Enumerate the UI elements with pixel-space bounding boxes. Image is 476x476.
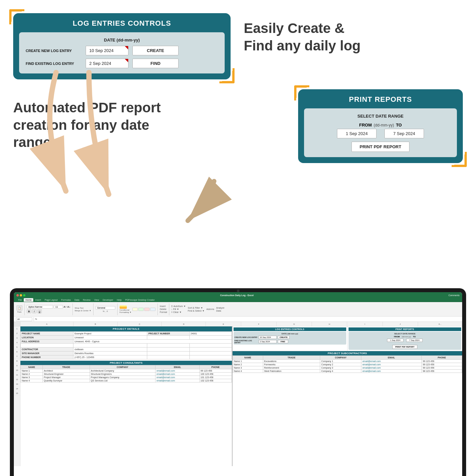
print-mini-from-date[interactable]: 1 Sep 2024 [387,339,404,342]
panels-row: PROJECT DETAILS PROJECT NAME Example Pro… [20,326,462,466]
laptop-section: Construction Daily Log - Excel Comments … [0,288,476,476]
autosum-label[interactable]: Σ AutoSum ▼ [171,305,186,307]
contractor-value: civilteam [73,348,147,351]
table-styles-group [132,308,155,311]
create-button[interactable]: CREATE [132,46,179,55]
left-panel: PROJECT DETAILS PROJECT NAME Example Pro… [20,326,233,466]
sub-col-trade: TRADE [263,356,320,360]
sort-filter-label[interactable]: Sort & Filter ▼ [188,307,205,309]
maximize-dot [23,294,25,296]
underline-btn[interactable]: U [37,309,42,313]
log-mini-find-btn[interactable]: FIND [278,340,288,343]
pdf-tagline-section: Automated PDF reportcreation for any dat… [13,89,165,151]
row-numbers: 1 2 3 4 5 6 7 8 9 10 11 12 13 14 15 [14,322,20,466]
orange-corner-tl [10,10,22,22]
laptop-outer: Construction Daily Log - Excel Comments … [10,288,466,476]
row-13: 13 [14,382,20,386]
address-label: FULL ADDRESS [21,340,73,344]
tab-review[interactable]: Review [81,298,92,302]
empty-row-4 [189,344,232,348]
print-mini-select: SELECT DATE RANGE [350,333,460,335]
merge-center-label: Merge & Center ▼ [75,310,91,312]
analyze-label[interactable]: Analyze [216,307,224,309]
insert-label[interactable]: Insert [160,305,167,307]
fill-label[interactable]: ↓ Fill ▼ [171,308,186,310]
find-button[interactable]: FIND [132,59,179,68]
c3-phone: 101 123 456 [199,376,232,379]
cell-ref-box[interactable]: U8 [16,317,32,321]
table-row: CONTRACTOR civilteam [21,348,232,351]
format-label-cells[interactable]: Format [160,311,167,313]
to-date-input[interactable]: 7 Sep 2024 [384,129,424,138]
tab-insert[interactable]: Insert [34,298,43,302]
log-mini-inner: DATE (dd-mm-yy) CREATE NEW LOG ENTRY 10 … [234,332,346,345]
paste-btn[interactable]: 📋 Paste [16,305,22,313]
swatch-bad [144,308,150,311]
print-mini-btn[interactable]: PRINT PDF REPORT [392,345,417,349]
print-pdf-button[interactable]: PRINT PDF REPORT [351,142,409,152]
s1-email: email@email.com [361,360,422,363]
empty-9 [147,355,189,359]
log-mini-find-date[interactable]: 2 Sep 2024 [259,340,277,343]
col-h: H [312,322,347,326]
add-ins-label[interactable]: Add-ins [207,308,214,310]
italic-btn[interactable]: I [32,309,37,313]
tab-file[interactable]: File [16,298,23,302]
print-reports-card: PRINT REPORTS SELECT DATE RANGE FROM (dd… [298,89,463,163]
font-size-input[interactable]: 11 [54,305,63,309]
delete-label[interactable]: Delete [160,308,167,310]
s1-company: Company 1 [320,360,361,363]
print-mini-from-to-labels: FROM (dd-mm-yy) TO [350,336,460,338]
log-mini-create-btn[interactable]: CREATE [278,336,290,339]
sub-col-company: COMPANY [320,356,361,360]
c2-phone: 100 123 456 [199,373,232,376]
to-label: TO [396,123,402,127]
number-group: General % , .0 [96,306,115,312]
tab-home[interactable]: Home [24,298,33,302]
tab-formulas[interactable]: Formulas [60,298,72,302]
table-row: Name 2 Formworks Company 2 email@email.c… [233,363,462,366]
from-label: FROM [359,123,372,127]
s4-name: Name 4 [233,370,263,373]
find-date-input[interactable]: 2 Sep 2024 [86,59,128,68]
decrease-font-btn[interactable]: A↓ [67,305,70,308]
alignment-group: Wrap Text Merge & Center ▼ [75,307,91,312]
font-name-input[interactable]: Aptos Narrow [27,305,53,309]
comments-btn[interactable]: Comments [448,294,460,296]
print-inner: SELECT DATE RANGE FROM (dd-mm-yy) TO 1 S… [304,108,457,157]
clear-label[interactable]: ◊ Clear ▼ [171,311,186,313]
from-date-input[interactable]: 1 Sep 2024 [337,129,377,138]
s3-email: email@email.com [361,366,422,370]
conditional-formatting-btn[interactable]: Conditional Formatting ▼ [120,305,131,313]
red-corner-indicator [125,46,128,49]
number-format-input[interactable]: General [96,306,115,310]
orange-corner-br [222,71,234,83]
tab-help[interactable]: Help [115,298,123,302]
s4-trade: Steel Fabrication [263,370,320,373]
tab-developer[interactable]: Developer [101,298,115,302]
increase-font-btn[interactable]: A↑ [64,305,67,308]
editing-group: Σ AutoSum ▼ ↓ Fill ▼ ◊ Clear ▼ [171,305,186,313]
log-mini-create-row: CREATE NEW LOG ENTRY 10 Sep 2024 CREATE [235,336,345,339]
data-label[interactable]: Data [216,310,224,312]
c4-company: QS Services Ltd [90,379,155,382]
print-mini-to-date[interactable]: 7 Sep 2024 [406,339,423,342]
pdf-tagline-text: Automated PDF reportcreation for any dat… [13,99,165,151]
tab-view[interactable]: View [93,298,101,302]
proj-num-value: 24001 [189,332,232,336]
c2-email: email@email.com [155,373,200,376]
print-mini-to-label: TO [413,336,416,338]
tab-data[interactable]: Data [73,298,81,302]
toolbar-separator-4 [117,303,118,315]
tab-page-layout[interactable]: Page Layout [43,298,59,302]
table-row: PHONE NUMBER (+357) 25 - 123456 [21,355,232,359]
c3-email: email@email.com [155,376,200,379]
log-entries-card: LOG ENTRIES CONTROLS DATE (dd-mm-yy) CRE… [13,13,231,79]
find-select-label[interactable]: Find & Select ▼ [188,310,205,312]
row-2: 2 [14,331,20,336]
create-date-input[interactable]: 10 Sep 2024 [86,46,128,55]
tab-pdfescape[interactable]: PDFescape Desktop Creator [124,298,156,302]
tagline-text: Easily Create &Find any daily log [244,20,361,54]
bold-btn[interactable]: B [27,309,31,313]
log-mini-create-date[interactable]: 10 Sep 2024 [259,336,277,339]
